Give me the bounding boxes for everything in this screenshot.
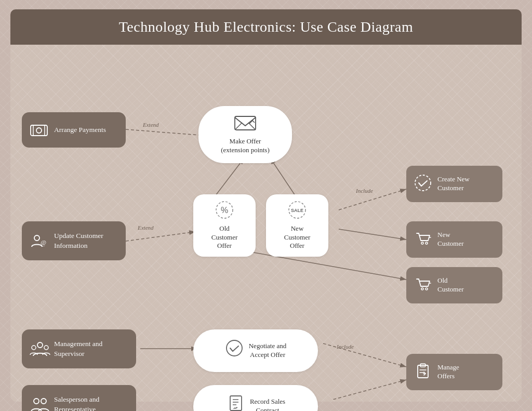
cart-icon-2 xyxy=(414,275,432,296)
usecase-negotiate: Negotiate andAccept Offer xyxy=(193,329,318,372)
right-manage-offers-label: ManageOffers xyxy=(437,363,459,381)
title-bar: Technology Hub Electronics: Use Case Dia… xyxy=(10,9,522,45)
svg-point-11 xyxy=(34,399,39,404)
usecase-new-offer-label: NewCustomerOffer xyxy=(284,224,311,251)
svg-rect-13 xyxy=(235,116,256,130)
customer-info-icon: @ xyxy=(29,231,49,251)
svg-point-25 xyxy=(425,242,428,244)
svg-point-18 xyxy=(227,340,242,356)
svg-point-10 xyxy=(44,346,48,350)
line-negotiate-to-manage xyxy=(323,343,406,367)
svg-point-26 xyxy=(421,288,423,290)
clipboard-icon xyxy=(414,362,432,382)
actor-arrange-payments: Arrange Payments xyxy=(22,112,126,148)
usecase-negotiate-label: Negotiate andAccept Offer xyxy=(249,342,287,360)
usecase-new-offer: SALE NewCustomerOffer xyxy=(266,194,328,257)
payments-icon xyxy=(29,120,49,140)
line-new-to-create xyxy=(339,189,406,210)
line-new-to-make xyxy=(270,158,295,195)
envelope-icon xyxy=(234,114,257,134)
actor-update-customer: @ Update CustomerInformation xyxy=(22,221,126,260)
usecase-make-offer-label: Make Offer(extension points) xyxy=(221,137,270,155)
actor-salesperson-label: Salesperson andRepresentative xyxy=(54,395,99,411)
percent-icon: % xyxy=(215,201,234,221)
line-update-to-old xyxy=(126,232,195,241)
svg-text:%: % xyxy=(221,206,228,215)
salesperson-icon xyxy=(29,395,49,412)
label-extend-1: Extend xyxy=(142,122,159,128)
page-title: Technology Hub Electronics: Use Case Dia… xyxy=(26,19,506,35)
usecase-old-offer: % OldCustomerOffer xyxy=(193,194,256,257)
svg-point-24 xyxy=(421,242,423,244)
actor-management-label: Management andSupervisor xyxy=(54,339,102,358)
svg-text:SALE: SALE xyxy=(291,208,303,213)
diagram-area: Extend Extend Include Include xyxy=(10,45,522,400)
svg-point-9 xyxy=(32,346,36,350)
actor-salesperson: Salesperson andRepresentative xyxy=(22,385,136,411)
svg-point-3 xyxy=(36,128,42,133)
right-new-customer-label: NewCustomer xyxy=(437,231,464,248)
svg-text:@: @ xyxy=(41,239,46,246)
usecase-old-offer-label: OldCustomerOffer xyxy=(211,224,238,251)
cart-icon-1 xyxy=(414,229,432,250)
main-container: Technology Hub Electronics: Use Case Dia… xyxy=(10,9,522,402)
svg-point-27 xyxy=(425,288,428,290)
checkmark-badge-icon xyxy=(414,174,432,194)
label-extend-2: Extend xyxy=(137,224,154,231)
line-arrange-to-make xyxy=(126,129,206,136)
svg-point-8 xyxy=(37,342,43,348)
checkmark-circle-icon xyxy=(225,339,244,360)
line-new-to-newcust xyxy=(339,229,406,240)
line-old-to-make xyxy=(216,158,244,195)
right-manage-offers: ManageOffers xyxy=(406,354,502,390)
label-include-2: Include xyxy=(336,343,354,350)
right-create-new-customer: Create NewCustomer xyxy=(406,166,502,202)
actor-update-label: Update CustomerInformation xyxy=(54,231,103,250)
line-record-to-manage xyxy=(323,380,406,400)
right-create-label: Create NewCustomer xyxy=(437,175,470,193)
actor-arrange-label: Arrange Payments xyxy=(54,125,106,135)
right-new-customer: NewCustomer xyxy=(406,221,502,258)
svg-point-23 xyxy=(415,175,431,191)
svg-point-12 xyxy=(41,399,46,404)
usecase-make-offer: Make Offer(extension points) xyxy=(198,106,292,163)
usecase-record-label: Record SalesContract xyxy=(250,397,285,411)
management-icon xyxy=(29,339,49,359)
label-include-1: Include xyxy=(355,188,373,194)
svg-point-6 xyxy=(34,235,39,241)
sale-icon: SALE xyxy=(288,201,307,221)
contract-icon xyxy=(226,394,245,411)
actor-management: Management andSupervisor xyxy=(22,329,136,368)
right-old-customer-label: OldCustomer xyxy=(437,276,464,294)
right-old-customer: OldCustomer xyxy=(406,267,502,303)
usecase-record-sales: Record SalesContract xyxy=(193,385,318,411)
